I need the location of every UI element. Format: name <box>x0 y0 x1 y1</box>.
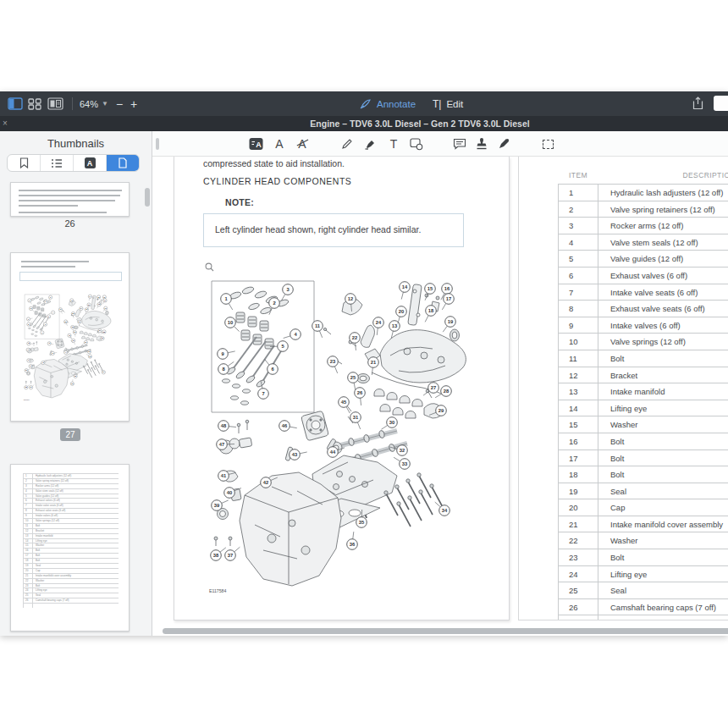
svg-text:28: 28 <box>444 389 449 394</box>
parts-table-row: 16Bolt <box>558 433 728 449</box>
intro-text: compressed state to aid installation. <box>203 158 345 168</box>
svg-text:21: 21 <box>371 360 377 365</box>
svg-text:38: 38 <box>213 553 219 558</box>
figure-id: E117584 <box>24 399 30 400</box>
parts-table-row: 6Exhaust valves (6 off) <box>558 267 728 284</box>
parts-table-row: 24Lifting eye <box>558 565 728 582</box>
svg-text:30: 30 <box>85 341 86 343</box>
thumbnail-grid-icon[interactable] <box>28 97 41 110</box>
zoom-level-value: 64% <box>80 99 98 109</box>
zoom-level-control[interactable]: 64% ▼ <box>80 91 108 116</box>
parts-table: ITEM DESCRIPTION 1Hydraulic lash adjuste… <box>558 169 728 620</box>
thumb-table-row: 4Valve stem seals (12 off) <box>23 488 119 494</box>
zoom-out-button[interactable]: − <box>116 91 123 116</box>
edit-button[interactable]: T| Edit <box>433 91 463 116</box>
toolbar-drag-handle[interactable] <box>156 138 159 150</box>
page-icon <box>119 157 127 168</box>
close-icon[interactable]: × <box>3 116 8 131</box>
note-box: Left cylinder head shown, right cylinder… <box>203 213 464 247</box>
col-item: ITEM <box>558 169 598 184</box>
svg-text:26: 26 <box>357 390 363 395</box>
strikethrough-a-icon[interactable]: A <box>295 131 309 157</box>
svg-text:19: 19 <box>448 319 454 324</box>
thumb-table-row: 7Intake valve seats (6 off) <box>23 503 119 508</box>
comment-icon[interactable] <box>452 131 467 157</box>
parts-table-row: 22Washer <box>558 532 728 549</box>
svg-text:18: 18 <box>428 308 434 313</box>
page-number-27-badge: 27 <box>60 428 80 441</box>
sidebar-toggle-icon[interactable] <box>8 97 23 110</box>
pencil-icon[interactable] <box>340 131 354 157</box>
parts-table-row: 18Bolt <box>558 466 728 483</box>
thumb-table-row: 5Valve guides (12 off) <box>23 494 119 499</box>
parts-table-row: 15Washer <box>558 416 728 433</box>
tab-annotations[interactable]: A <box>74 155 107 171</box>
document-page-right: ITEM DESCRIPTION 1Hydraulic lash adjuste… <box>518 157 728 620</box>
stamp-icon[interactable] <box>475 131 488 157</box>
signature-pen-icon[interactable] <box>497 131 510 157</box>
sidebar-scrollbar[interactable] <box>145 188 150 207</box>
pen-icon <box>360 99 372 109</box>
parts-table-row: 7Intake valve seats (6 off) <box>558 284 728 301</box>
parts-table-row: 5Valve guides (12 off) <box>558 250 728 267</box>
parts-table-row: 12Bracket <box>558 367 728 383</box>
svg-text:47: 47 <box>219 442 224 447</box>
thumb-table-row: 20Cap <box>23 568 119 573</box>
thumb-table-row: 16Bolt <box>23 548 119 553</box>
svg-text:34: 34 <box>442 508 448 513</box>
parts-table-row: 26Camshaft bearing caps (7 off) <box>558 598 728 615</box>
thumbnails-sidebar: Thumbnails A <box>0 131 152 636</box>
thumbnail-page-28[interactable]: 1Hydraulic lash adjusters (12 off)2Valve… <box>10 464 130 631</box>
thumb-table-row: 1Hydraulic lash adjusters (12 off) <box>23 473 119 478</box>
svg-text:7: 7 <box>41 332 42 334</box>
outline-list-icon <box>51 158 63 168</box>
app-window: 64% ▼ − + Annotate T| Edit <box>0 91 728 636</box>
svg-text:47: 47 <box>27 349 29 350</box>
svg-text:48: 48 <box>221 423 227 428</box>
svg-text:36: 36 <box>350 542 356 547</box>
thumb-table-row: 3Rocker arms (12 off) <box>23 483 119 488</box>
svg-text:27: 27 <box>431 385 436 390</box>
parts-table-row: 1Hydraulic lash adjusters (12 off) <box>558 184 728 201</box>
share-icon[interactable] <box>692 97 703 113</box>
thumb-table-row: 8Exhaust valve seats (6 off) <box>23 508 119 513</box>
thumb-table-row: 15Washer <box>23 543 119 548</box>
svg-text:46: 46 <box>282 423 288 428</box>
parts-table-row: 4Valve stem seals (12 off) <box>558 234 728 251</box>
thumbnail-page-26[interactable] <box>10 182 130 217</box>
chevron-down-icon: ▼ <box>102 100 108 108</box>
annotation-toolbar: A A A T <box>152 131 728 157</box>
tab-page-thumbnails[interactable] <box>107 155 139 171</box>
parts-table-row: 9Intake valves (6 off) <box>558 317 728 334</box>
shapes-icon[interactable] <box>409 131 424 157</box>
svg-text:31: 31 <box>353 415 359 420</box>
svg-text:45: 45 <box>341 400 347 405</box>
thumbnail-page-27[interactable]: 1234567891011121314151617181920212223242… <box>10 252 130 422</box>
parts-table-row: 11Bolt <box>558 350 728 367</box>
svg-text:17: 17 <box>104 300 106 301</box>
parts-table-row: 2Valve spring retainers (12 off) <box>558 201 728 218</box>
toolbar-divider <box>72 97 73 110</box>
smart-annotate-icon[interactable]: A <box>247 131 264 157</box>
document-area: A A A T <box>152 131 728 636</box>
parts-table-row: 20Cap <box>558 499 728 516</box>
tab-outline[interactable] <box>41 155 74 171</box>
text-style-a-icon[interactable]: A <box>273 131 286 157</box>
search-field[interactable] <box>714 96 728 111</box>
selection-box-icon[interactable] <box>541 131 554 157</box>
tab-bookmarks[interactable] <box>8 155 41 171</box>
horizontal-scrollbar[interactable] <box>163 628 728 634</box>
text-tool-icon[interactable]: T <box>387 131 400 157</box>
parts-table-row: 19Seal <box>558 483 728 499</box>
annotate-button[interactable]: Annotate <box>360 91 416 116</box>
svg-text:11: 11 <box>315 323 321 328</box>
thumb-table-row: 10Valve springs (12 off) <box>23 518 119 523</box>
thumb-table-row: 19Seal <box>23 563 119 568</box>
thumb-text-line <box>19 200 115 201</box>
highlighter-icon[interactable] <box>363 131 377 157</box>
text-edit-icon: T| <box>433 98 441 110</box>
zoom-in-button[interactable]: + <box>130 91 137 116</box>
svg-text:42: 42 <box>263 480 268 485</box>
thumb-table-row: 25Seal <box>23 593 119 598</box>
two-page-view-icon[interactable] <box>47 97 63 110</box>
